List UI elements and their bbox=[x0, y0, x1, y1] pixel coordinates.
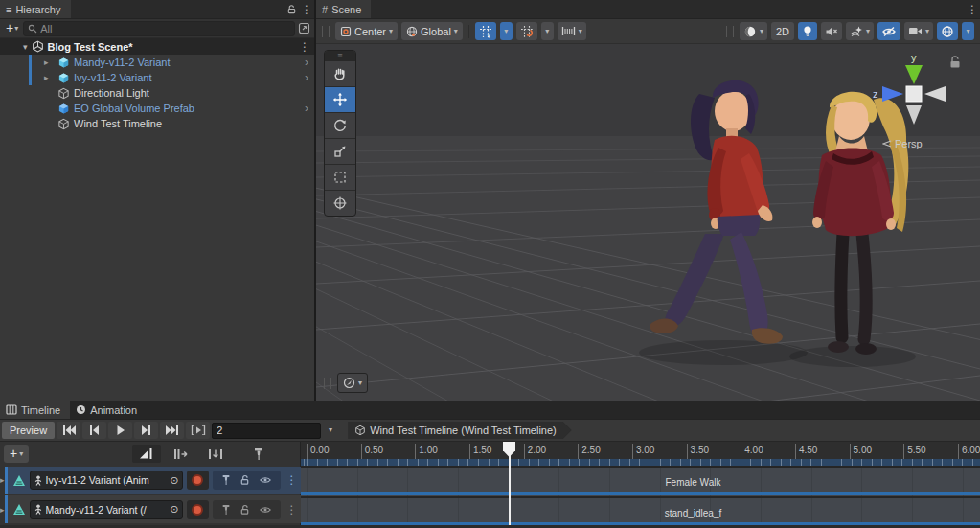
hierarchy-item-mandy[interactable]: ▸ Mandy-v11-2 Variant › bbox=[0, 55, 314, 70]
hierarchy-item-directional-light[interactable]: Directional Light bbox=[0, 85, 314, 101]
go-to-start-button[interactable] bbox=[57, 422, 80, 439]
hierarchy-menu-kebab-icon[interactable]: ⋮ bbox=[299, 0, 314, 18]
scene-kebab-icon[interactable]: ⋮ bbox=[299, 41, 310, 53]
scene-visibility-button[interactable] bbox=[877, 22, 900, 40]
record-button[interactable] bbox=[187, 471, 209, 490]
rotate-tool[interactable] bbox=[325, 112, 355, 138]
track-binding-field[interactable]: Ivy-v11-2 Variant (Anim ⊙ bbox=[30, 471, 183, 490]
transform-tool[interactable] bbox=[325, 190, 355, 216]
go-to-end-button[interactable] bbox=[160, 422, 184, 439]
timeline-ruler[interactable]: 0.00 0.50 1.00 1.50 2.00 2.50 3.00 3.50 … bbox=[301, 442, 980, 459]
timeline-content: + ▾ bbox=[0, 442, 980, 525]
snap-increment-button[interactable]: ▾ bbox=[558, 22, 586, 40]
track-binding-field[interactable]: Mandy-v11-2 Variant (/ ⊙ bbox=[30, 500, 183, 519]
clip-stand-idlea-f[interactable]: stand_idlea_f bbox=[301, 498, 980, 525]
tab-timeline[interactable]: Timeline bbox=[0, 401, 70, 419]
replace-mode-button[interactable] bbox=[201, 445, 230, 463]
object-picker-icon[interactable]: ⊙ bbox=[170, 504, 178, 515]
ripple-mode-button[interactable] bbox=[167, 445, 195, 463]
grid-options-caret[interactable]: ▾ bbox=[500, 22, 513, 40]
draw-mode-button[interactable]: ▾ bbox=[740, 22, 767, 40]
animator-icon bbox=[34, 504, 43, 515]
scene-lighting-button[interactable] bbox=[798, 22, 817, 40]
hierarchy-item-wind-test-timeline[interactable]: Wind Test Timeline bbox=[0, 116, 314, 131]
track-header-mandy[interactable]: ▸ Mandy-v11-2 Variant (/ ⊙ bbox=[0, 495, 300, 523]
mix-mode-button[interactable] bbox=[132, 445, 161, 463]
mute-eye-icon[interactable] bbox=[259, 475, 272, 485]
lock-icon[interactable] bbox=[284, 0, 299, 18]
chevron-right-icon[interactable]: › bbox=[305, 72, 308, 83]
track-header-ivy[interactable]: ▸ Ivy-v11-2 Variant (Anim ⊙ bbox=[0, 467, 300, 494]
mode-2d-button[interactable]: 2D bbox=[771, 22, 794, 40]
hierarchy-item-eo-global-volume[interactable]: EO Global Volume Prefab › bbox=[0, 101, 314, 116]
tab-hierarchy[interactable]: ≡ Hierarchy bbox=[0, 0, 71, 18]
chevron-right-icon[interactable]: › bbox=[305, 103, 308, 114]
overlay-drag-handle[interactable] bbox=[324, 378, 331, 389]
mute-eye-icon[interactable] bbox=[259, 505, 272, 515]
scene-menu-kebab-icon[interactable]: ⋮ bbox=[965, 0, 980, 18]
grid-visibility-toggle[interactable]: y bbox=[475, 22, 496, 40]
scene-viewport[interactable]: ≡ bbox=[316, 44, 980, 401]
pin-icon[interactable] bbox=[221, 474, 231, 486]
clip-female-walk[interactable]: Female Walk bbox=[301, 468, 980, 496]
pin-icon[interactable] bbox=[221, 504, 231, 516]
timeline-options-caret[interactable]: ▾ bbox=[323, 426, 338, 434]
search-popout-icon[interactable] bbox=[298, 22, 310, 34]
expander-closed-icon[interactable]: ▸ bbox=[44, 73, 56, 82]
marker-toggle-pin-icon[interactable] bbox=[247, 445, 270, 463]
track-kebab-icon[interactable]: ⋮ bbox=[286, 504, 298, 516]
view-hand-tool[interactable] bbox=[325, 61, 355, 86]
timeline-lanes[interactable]: 0.00 0.50 1.00 1.50 2.00 2.50 3.00 3.50 … bbox=[301, 442, 980, 525]
object-picker-icon[interactable]: ⊙ bbox=[170, 475, 178, 486]
preview-toggle-button[interactable]: Preview bbox=[2, 422, 55, 439]
timeline-duration-bar[interactable] bbox=[301, 459, 980, 466]
frame-field[interactable] bbox=[212, 423, 321, 439]
scene-audio-button[interactable] bbox=[821, 22, 842, 40]
breadcrumb-label: Wind Test Timeline (Wind Test Timeline) bbox=[370, 425, 557, 436]
tool-handle-pivot-button[interactable]: Center ▾ bbox=[335, 22, 398, 40]
expander-closed-icon[interactable]: ▸ bbox=[44, 57, 56, 67]
timeline-toolbar: Preview ▾ bbox=[0, 420, 980, 442]
hierarchy-search[interactable] bbox=[23, 21, 295, 36]
move-tool[interactable] bbox=[325, 86, 355, 112]
animation-track-icon bbox=[12, 503, 26, 516]
scene-orientation-gizmo[interactable]: y z Persp bbox=[854, 48, 965, 151]
tool-strip-drag-handle[interactable]: ≡ bbox=[325, 51, 355, 61]
scene-camera-settings-button[interactable]: ▾ bbox=[337, 373, 368, 393]
add-track-button[interactable]: + ▾ bbox=[4, 445, 29, 463]
create-object-button[interactable]: + ▾ bbox=[4, 23, 20, 34]
next-frame-button[interactable] bbox=[134, 422, 158, 439]
gizmos-options-caret[interactable]: ▾ bbox=[962, 22, 974, 40]
scale-tool[interactable] bbox=[325, 138, 355, 164]
snap-toggle[interactable] bbox=[516, 22, 537, 40]
clip-lane-mandy: stand_idlea_f bbox=[301, 498, 980, 525]
rect-tool[interactable] bbox=[325, 164, 355, 190]
projection-mode[interactable]: Persp bbox=[882, 138, 923, 149]
chevron-right-icon[interactable]: › bbox=[305, 57, 308, 68]
lock-icon[interactable] bbox=[239, 504, 250, 516]
scene-effects-button[interactable]: ▾ bbox=[846, 22, 874, 40]
expander-open-icon[interactable]: ▾ bbox=[23, 42, 28, 52]
play-button[interactable] bbox=[108, 422, 132, 439]
tab-animation[interactable]: Animation bbox=[70, 401, 147, 419]
toolbar-drag-handle[interactable] bbox=[726, 26, 734, 37]
record-button[interactable] bbox=[187, 500, 209, 519]
ruler-tick: 1.50 bbox=[469, 442, 524, 459]
toolbar-drag-handle[interactable] bbox=[322, 26, 330, 37]
ruler-tick: 5.00 bbox=[850, 442, 904, 459]
play-range-button[interactable] bbox=[186, 422, 210, 439]
lock-icon[interactable] bbox=[239, 474, 250, 486]
scene-camera-button[interactable]: ▾ bbox=[904, 22, 933, 40]
plus-icon: + bbox=[10, 447, 17, 460]
previous-frame-button[interactable] bbox=[82, 422, 106, 439]
scene-root-row[interactable]: ▾ Blog Test Scene* ⋮ bbox=[0, 38, 314, 55]
track-kebab-icon[interactable]: ⋮ bbox=[286, 474, 298, 486]
timeline-breadcrumb[interactable]: Wind Test Timeline (Wind Test Timeline) bbox=[348, 422, 572, 439]
ruler-tick: 4.00 bbox=[741, 442, 795, 459]
tool-handle-rotation-button[interactable]: Global ▾ bbox=[401, 22, 463, 40]
snap-options-caret[interactable]: ▾ bbox=[541, 22, 554, 40]
search-input[interactable] bbox=[40, 23, 290, 34]
gizmos-toggle-button[interactable] bbox=[937, 22, 958, 40]
tab-scene[interactable]: # Scene bbox=[316, 0, 371, 18]
hierarchy-item-ivy[interactable]: ▸ Ivy-v11-2 Variant › bbox=[0, 70, 314, 85]
